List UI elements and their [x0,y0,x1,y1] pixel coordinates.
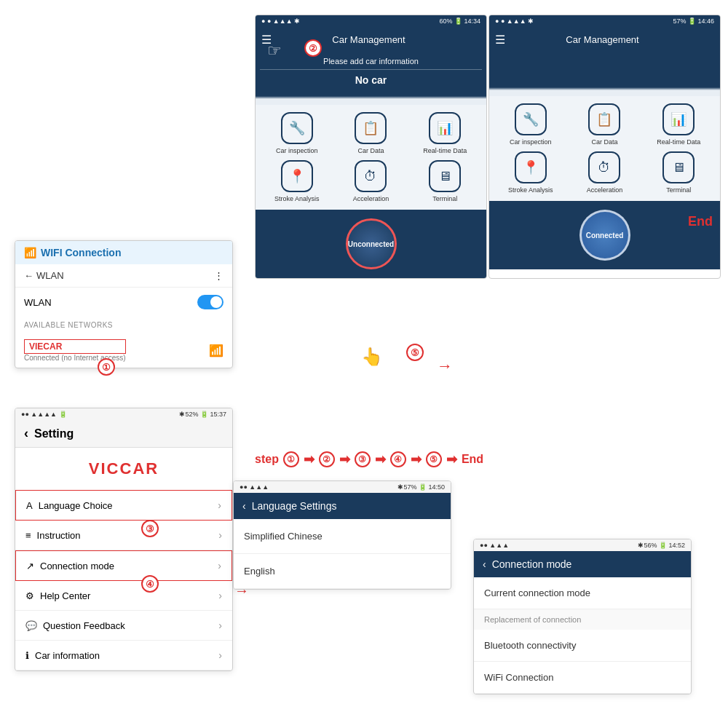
wifi-signal-icon: 📶 [209,344,223,357]
setting-status-right: ✱52% 🔋 15:37 [179,411,226,418]
conn-current-mode: Current connection mode [474,577,691,609]
realtime-label-1: Real-time Data [423,147,467,154]
realtime-icon-1: 📊 [429,112,461,144]
conn-back-btn[interactable]: ‹ [483,558,486,570]
icon-terminal-1[interactable]: 🖥 Terminal [411,160,479,202]
acceleration-icon-2: ⏱ [588,151,620,183]
viccar-logo: VICCAR [15,448,232,490]
end-label-top: End [688,214,713,229]
step-2-badge: ② [304,39,322,57]
acceleration-icon-1: ⏱ [355,160,387,192]
lang-header: ‹ Language Settings [234,493,451,519]
setting-item-feedback[interactable]: 💬 Question Feedback › [15,611,232,641]
connection-mode-screen: ●● ▲▲▲ ✱56% 🔋 14:52 ‹ Connection mode Cu… [473,539,692,695]
icon-terminal-2[interactable]: 🖥 Terminal [644,151,713,194]
language-item-left: A Language Choice [26,500,113,511]
icon-stroke-1[interactable]: 📍 Stroke Analysis [263,160,331,202]
conn-wifi[interactable]: WiFi Connection [474,662,691,694]
network-name-viecar: VIECAR [24,339,126,354]
wlan-label: WLAN [24,297,52,308]
acceleration-label-1: Acceleration [353,195,389,202]
car-inspection-icon-2: 🔧 [515,103,547,135]
realtime-icon-2: 📊 [662,103,695,135]
setting-screen: ●● ▲▲▲▲ 🔋 ✱52% 🔋 15:37 ‹ Setting VICCAR … [15,408,233,671]
language-settings-screen: ●● ▲▲▲ ✱57% 🔋 14:50 ‹ Language Settings … [233,480,451,590]
icon-car-inspection-1[interactable]: 🔧 Car inspection [263,112,331,154]
terminal-icon-1: 🖥 [429,160,461,192]
status-bar-1: ● ● ▲▲▲ ✱ 60% 🔋 14:34 [256,15,486,27]
instruction-label: Instruction [37,530,81,541]
status-icons-1: ● ● ▲▲▲ ✱ [261,17,300,25]
instruction-icon: ≡ [25,530,31,541]
step-1-badge: ① [98,358,115,376]
wifi-icon: 📶 [24,247,36,258]
setting-title: Setting [34,427,74,440]
car-data-label-1: Car Data [357,147,384,154]
icons-grid-1: 🔧 Car inspection 📋 Car Data 📊 Real-time … [256,105,486,210]
wlan-toggle[interactable] [197,295,223,309]
setting-back-btn[interactable]: ‹ [24,426,28,441]
setting-item-carinfo[interactable]: ℹ Car information › [15,641,232,670]
car-management-section: ● ● ▲▲▲ ✱ 60% 🔋 14:34 ☰ Car Management P… [255,15,721,279]
back-arrow-wifi[interactable]: ← [24,270,33,281]
setting-status-bar: ●● ▲▲▲▲ 🔋 ✱52% 🔋 15:37 [15,408,232,420]
available-networks-label: AVAILABLE NETWORKS [15,317,232,333]
setting-item-help[interactable]: ⚙ Help Center › [15,581,232,611]
conn-bluetooth[interactable]: Bluetooth connectivity [474,630,691,662]
setting-item-instruction[interactable]: ≡ Instruction › [15,521,232,550]
lang-option-simplified-chinese[interactable]: Simplified Chinese [234,519,451,554]
terminal-label-1: Terminal [432,195,457,202]
language-icon: A [26,500,33,511]
connected-button[interactable]: Connected [579,210,630,261]
car-data-icon-1: 📋 [355,112,387,144]
step-3-badge: ③ [141,520,159,537]
viccar-logo-text: VI [89,459,107,478]
icon-realtime-2[interactable]: 📊 Real-time Data [644,103,713,146]
lang-back-btn[interactable]: ‹ [242,500,246,512]
arrow-2: ➡ [339,451,350,467]
no-car-msg: Please add car information [260,57,482,66]
feedback-item-left: 💬 Question Feedback [25,620,125,631]
car-inspection-icon-1: 🔧 [281,112,313,144]
more-options-wifi[interactable]: ⋮ [214,270,223,281]
phone-screen-connected: ● ● ▲▲▲ ✱ 57% 🔋 14:46 ☰ Car Management 🔧… [488,15,721,279]
icon-car-inspection-2[interactable]: 🔧 Car inspection [496,103,565,146]
feedback-icon: 💬 [25,620,37,631]
realtime-label-2: Real-time Data [657,138,700,146]
connection-item-left: ↗ Connection mode [26,561,114,571]
icon-car-data-1[interactable]: 📋 Car Data [337,112,405,154]
feedback-chevron: › [218,620,222,631]
conn-title: Connection mode [492,558,572,570]
network-item-viecar[interactable]: VIECAR Connected (no Internet access) 📶 [15,333,232,368]
step-4-badge: ④ [141,575,159,593]
step-num-3: ③ [355,451,371,467]
arrow-4: ➡ [411,451,422,467]
no-car-label: No car [260,69,482,86]
icon-car-data-2[interactable]: 📋 Car Data [571,103,639,146]
stroke-label-2: Stroke Analysis [508,186,553,194]
step-num-1: ① [283,451,299,467]
setting-item-language[interactable]: A Language Choice › [15,490,232,521]
icon-acceleration-1[interactable]: ⏱ Acceleration [337,160,405,202]
unconnected-button[interactable]: Unconnected [346,218,397,269]
stroke-icon-2: 📍 [515,151,547,183]
icon-stroke-2[interactable]: 📍 Stroke Analysis [496,151,565,194]
setting-item-connection[interactable]: ↗ Connection mode › [15,550,232,581]
lang-option-english[interactable]: English [234,554,451,589]
terminal-icon-2: 🖥 [662,151,695,183]
menu-icon-2[interactable]: ☰ [495,33,505,47]
phone-header-2: ☰ Car Management [489,27,720,52]
car-mgmt-title-1: Car Management [332,34,405,45]
stroke-label-1: Stroke Analysis [274,195,320,202]
arrow-screen1-to-2: → [437,357,453,376]
conn-status-bar: ●● ▲▲▲ ✱56% 🔋 14:52 [474,539,691,551]
wlan-toggle-row: WLAN [15,288,232,317]
icon-realtime-1[interactable]: 📊 Real-time Data [411,112,479,154]
lang-status-bar: ●● ▲▲▲ ✱57% 🔋 14:50 [234,481,451,493]
status-right-1: 60% 🔋 14:34 [439,17,480,25]
car-inspection-label-1: Car inspection [276,147,318,154]
car-inspection-label-2: Car inspection [510,138,552,146]
step-num-5: ⑤ [426,451,442,467]
conn-status-left: ●● ▲▲▲ [480,542,509,549]
icon-acceleration-2[interactable]: ⏱ Acceleration [571,151,639,194]
